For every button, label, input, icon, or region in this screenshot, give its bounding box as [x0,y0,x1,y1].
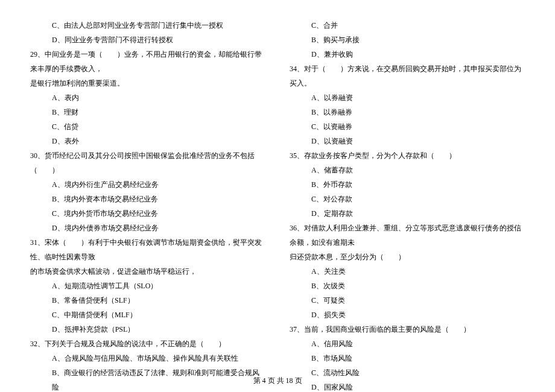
q35-option-a: A、储蓄存款 [290,163,525,177]
q33-option-d: D、兼并收购 [290,47,525,62]
q34-option-d: D、以资融资 [290,134,525,148]
q30-option-c: C、境内外货币市场交易经纪业务 [30,206,265,221]
q37-stem: 37、当前，我国商业银行面临的最主要的风险是（ ） [290,322,525,337]
q36-stem2: 归还贷款本息，至少划分为（ ） [290,250,525,264]
q35-stem: 35、存款业务按客户类型，分为个人存款和（ ） [290,148,525,163]
q29-option-d: D、表外 [30,134,265,148]
q35-option-c: C、对公存款 [290,192,525,206]
q29-option-b: B、理财 [30,105,265,119]
q36-option-c: C、可疑类 [290,293,525,308]
q30-option-a: A、境内外衍生产品交易经纪业务 [30,177,265,192]
q36-option-b: B、次级类 [290,279,525,293]
left-column: C、由法人总部对同业业务专营部门进行集中统一授权 D、同业业务专营部门不得进行转… [30,18,278,392]
q35-option-b: B、外币存款 [290,177,525,192]
q37-option-a: A、信用风险 [290,337,525,351]
q34-option-c: C、以资融券 [290,119,525,134]
q35-option-d: D、定期存款 [290,206,525,221]
q37-option-b: B、市场风险 [290,351,525,365]
q31-option-d: D、抵押补充贷款（PSL） [30,322,265,337]
q29-option-c: C、信贷 [30,119,265,134]
q31-stem: 31、宋体（ ）有利于中央银行有效调节市场短期资金供给，熨平突发性、临时性因素导… [30,235,265,264]
q33-option-c: C、合并 [290,18,525,33]
q28-option-c: C、由法人总部对同业业务专营部门进行集中统一授权 [30,18,265,33]
q28-option-d: D、同业业务专营部门不得进行转授权 [30,33,265,47]
page-footer: 第 4 页 共 18 页 [0,376,555,386]
q31-stem2: 的市场资金供求大幅波动，促进金融市场平稳运行， [30,264,265,279]
q36-option-d: D、损失类 [290,308,525,322]
q29-option-a: A、表内 [30,90,265,105]
q29-stem2: 是银行增加利润的重要渠道。 [30,76,265,90]
q32-stem: 32、下列关于合规及合规风险的说法中，不正确的是（ ） [30,337,265,351]
q30-stem: 30、货币经纪公司及其分公司按照中国银保监会批准经营的业务不包括（ ） [30,148,265,177]
q34-stem: 34、对于（ ）方来说，在交易所回购交易开始时，其申报买卖部位为买入。 [290,62,525,90]
q36-stem: 36、对借款人利用企业兼并、重组、分立等形式恶意逃废银行债务的授信余额，如没有逾… [290,221,525,250]
right-column: C、合并 B、购买与承接 D、兼并收购 34、对于（ ）方来说，在交易所回购交易… [278,18,525,392]
q32-option-a: A、合规风险与信用风险、市场风险、操作风险具有关联性 [30,351,265,365]
q31-option-b: B、常备借贷便利（SLF） [30,293,265,308]
q30-option-b: B、境内外资本市场交易经纪业务 [30,192,265,206]
q29-stem: 29、中间业务是一项（ ）业务，不用占用银行的资金，却能给银行带来丰厚的手续费收… [30,47,265,76]
q36-option-a: A、关注类 [290,264,525,279]
q30-option-d: D、境内外债券市场交易经纪业务 [30,221,265,235]
q31-option-a: A、短期流动性调节工具（SLO） [30,279,265,293]
q34-option-a: A、以券融资 [290,90,525,105]
q34-option-b: B、以券融券 [290,105,525,119]
q31-option-c: C、中期借贷便利（MLF） [30,308,265,322]
q33-option-b: B、购买与承接 [290,33,525,47]
